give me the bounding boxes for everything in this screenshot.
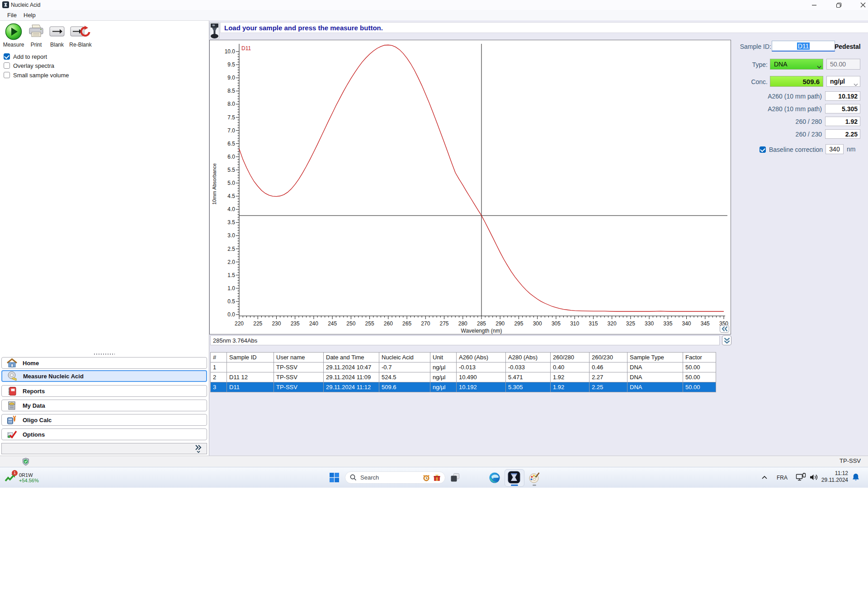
- nucleic-acid-app-button[interactable]: [505, 469, 524, 487]
- sample-id-selected-text: D11: [797, 42, 810, 50]
- table-row[interactable]: 1TP-SSV29.11.2024 10:47-0.7ng/µl-0.013-0…: [211, 362, 716, 372]
- dropdown-arrow-icon: [817, 62, 821, 71]
- svg-text:9.5: 9.5: [227, 61, 235, 68]
- conc-value: 509.6: [802, 78, 820, 85]
- svg-text:3.0: 3.0: [227, 232, 235, 239]
- table-cell: D11 12: [227, 372, 274, 382]
- svg-text:320: 320: [608, 320, 617, 327]
- security-shield-icon: [22, 457, 30, 468]
- reblank-button[interactable]: Re-Blank: [68, 23, 93, 48]
- expand-sidebar-button[interactable]: [194, 444, 202, 455]
- desktop: Nucleic Acid File Help Measure: [0, 0, 868, 593]
- collapse-chart-button[interactable]: [720, 325, 729, 333]
- svg-text:2.0: 2.0: [227, 259, 235, 265]
- stock-chart-icon: 1: [5, 472, 16, 484]
- column-header[interactable]: Nucleic Acid: [379, 353, 430, 362]
- sidebar-item-oligo-calc[interactable]: Oligo Calc: [1, 414, 207, 426]
- tray-chevron-up[interactable]: [760, 473, 769, 482]
- sample-id-input[interactable]: D11: [772, 41, 835, 52]
- sidebar-item-my-data[interactable]: My Data: [1, 400, 207, 411]
- sidebar-item-options[interactable]: Options: [1, 428, 207, 440]
- column-header[interactable]: Sample Type: [627, 353, 683, 362]
- alarm-clock-icon: [423, 474, 430, 481]
- baseline-wavelength-field[interactable]: 340: [826, 144, 844, 154]
- table-cell: 524.5: [379, 372, 430, 382]
- cursor-readout: 285nm 3.764Abs: [210, 335, 720, 345]
- paint-app-button[interactable]: [527, 471, 542, 484]
- blank-button[interactable]: Blank: [47, 23, 67, 48]
- baseline-correction-checkbox[interactable]: Baseline correction: [760, 146, 823, 154]
- column-header[interactable]: Factor: [683, 353, 716, 362]
- widget-change: +54.56%: [19, 478, 39, 483]
- add-to-report-checkbox[interactable]: Add to report: [4, 52, 47, 61]
- status-message-bar: Load your sample and press the measure b…: [220, 22, 868, 33]
- overlay-spectra-checkbox[interactable]: Overlay spectra: [4, 61, 54, 70]
- restore-button[interactable]: [830, 0, 848, 10]
- sidebar-item-reports[interactable]: Reports: [1, 385, 207, 397]
- sidebar-item-label: Home: [23, 360, 39, 367]
- search-input[interactable]: Search: [345, 471, 445, 484]
- type-select[interactable]: DNA: [770, 59, 823, 70]
- column-header[interactable]: Unit: [430, 353, 457, 362]
- svg-text:4.0: 4.0: [227, 206, 235, 212]
- table-cell: 509.6: [379, 382, 430, 392]
- splitter-handle[interactable]: [94, 353, 115, 355]
- taskbar-clock[interactable]: 11:12 29.11.2024: [821, 470, 848, 484]
- edge-browser-button[interactable]: [487, 471, 502, 484]
- table-cell: -0.013: [457, 362, 506, 372]
- baseline-unit-label: nm: [847, 146, 859, 153]
- notification-badge: 1: [12, 470, 18, 476]
- crosshair[interactable]: [239, 44, 727, 316]
- minimize-button[interactable]: [805, 0, 823, 10]
- checkbox-box: [4, 53, 10, 60]
- column-header[interactable]: Date and Time: [324, 353, 379, 362]
- start-button[interactable]: [328, 471, 340, 484]
- sidebar-item-home[interactable]: Home: [1, 357, 207, 369]
- column-header[interactable]: 260/230: [590, 353, 627, 362]
- table-cell: 5.471: [506, 372, 551, 382]
- double-chevron-down-icon: [723, 337, 731, 344]
- column-header[interactable]: 260/280: [551, 353, 590, 362]
- menu-file[interactable]: File: [5, 11, 19, 19]
- absorbance-spectrum-chart[interactable]: 0.00.51.01.52.02.53.03.54.04.55.05.56.06…: [210, 40, 731, 334]
- table-row[interactable]: 3D11TP-SSV29.11.2024 11:12509.6ng/µl10.1…: [211, 382, 716, 392]
- expand-table-button[interactable]: [722, 335, 731, 345]
- active-app-indicator: [511, 485, 518, 486]
- small-sample-volume-checkbox[interactable]: Small sample volume: [4, 71, 69, 79]
- table-row[interactable]: 2D11 12TP-SSV29.11.2024 11:09524.5ng/µl1…: [211, 372, 716, 382]
- type-label: Type:: [733, 61, 768, 68]
- print-label: Print: [31, 42, 42, 48]
- network-icon[interactable]: [795, 472, 807, 482]
- column-header[interactable]: User name: [274, 353, 324, 362]
- column-header[interactable]: #: [211, 353, 227, 362]
- table-cell: 50.00: [683, 372, 716, 382]
- sidebar-item-measure-nucleic-acid[interactable]: Measure Nucleic Acid: [1, 370, 207, 382]
- svg-text:6.0: 6.0: [227, 154, 235, 160]
- language-indicator[interactable]: FRA: [777, 475, 788, 481]
- table-cell: -0.7: [379, 362, 430, 372]
- unit-select[interactable]: ng/µl: [826, 76, 860, 87]
- task-view-button[interactable]: [448, 471, 462, 484]
- volume-icon[interactable]: [808, 472, 820, 482]
- svg-text:5.5: 5.5: [227, 167, 235, 173]
- measure-label: Measure: [3, 42, 24, 48]
- home-icon: [6, 358, 18, 368]
- axis-tick-labels: 0.00.51.01.52.02.53.03.54.04.55.05.56.06…: [225, 48, 729, 327]
- results-table: #Sample IDUser nameDate and TimeNucleic …: [210, 352, 716, 392]
- options-icon: [6, 429, 18, 440]
- column-header[interactable]: Sample ID: [227, 353, 274, 362]
- taskbar: 1 0R1W +54.56% Search: [0, 467, 868, 488]
- chevron-down-icon: [854, 80, 858, 88]
- svg-text:0.5: 0.5: [227, 298, 235, 305]
- column-header[interactable]: A280 (Abs): [506, 353, 551, 362]
- axis-ticks: [236, 52, 724, 319]
- print-button[interactable]: Print: [26, 23, 46, 48]
- type-factor-field[interactable]: 50.00: [826, 59, 860, 70]
- close-button[interactable]: [854, 0, 868, 10]
- menu-help[interactable]: Help: [21, 11, 38, 19]
- widgets-button[interactable]: 1 0R1W +54.56%: [5, 469, 59, 486]
- double-chevron-right-icon: [194, 444, 202, 453]
- column-header[interactable]: A260 (Abs): [457, 353, 506, 362]
- notification-bell-button[interactable]: [850, 472, 862, 483]
- measure-button[interactable]: Measure: [3, 23, 24, 48]
